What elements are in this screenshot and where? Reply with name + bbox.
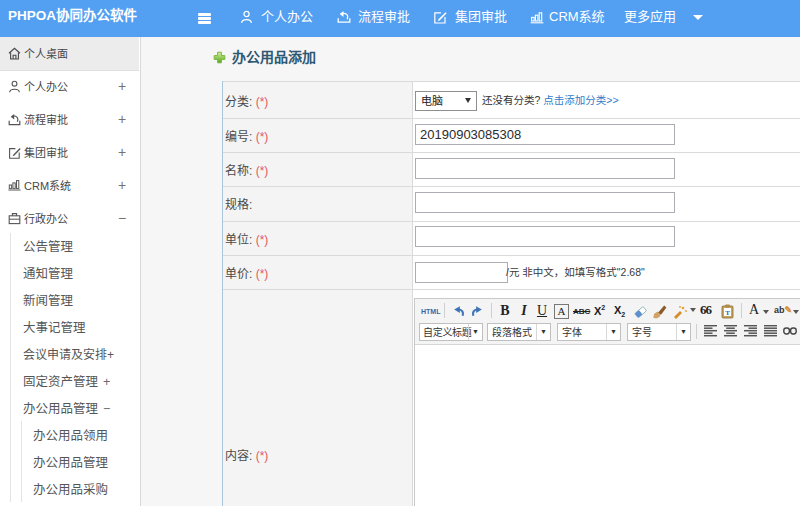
svg-text:T: T bbox=[725, 309, 730, 317]
